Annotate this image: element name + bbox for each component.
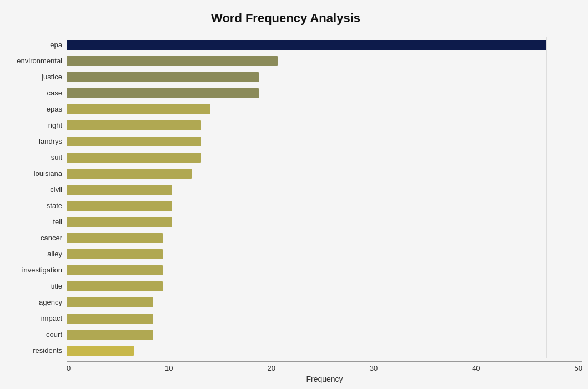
- x-axis-area: 01020304050 Frequency: [67, 361, 582, 383]
- y-label: agency: [39, 296, 62, 309]
- bar-row: [67, 39, 566, 51]
- grid-line: [451, 37, 451, 358]
- bar-row: [67, 264, 566, 276]
- y-label: impact: [41, 312, 62, 325]
- y-label: court: [46, 329, 62, 341]
- y-label: investigation: [22, 264, 62, 276]
- bar: [67, 314, 153, 324]
- bar-row: [67, 280, 566, 292]
- bar: [67, 265, 163, 275]
- grid-line: [546, 37, 547, 358]
- bar: [67, 281, 163, 291]
- bar: [67, 153, 201, 163]
- y-label: civil: [50, 184, 62, 196]
- bar: [67, 346, 134, 356]
- y-label: environmental: [17, 55, 62, 67]
- chart-container: Word Frequency Analysis epaenvironmental…: [0, 0, 588, 389]
- bar-row: [67, 71, 566, 83]
- y-label: title: [51, 280, 62, 292]
- x-tick-label: 40: [472, 364, 480, 372]
- bar-row: [67, 200, 566, 212]
- bar: [67, 330, 153, 340]
- bar-row: [67, 135, 566, 148]
- bar: [67, 217, 172, 227]
- bar: [67, 104, 210, 114]
- bar-row: [67, 216, 566, 228]
- bar-row: [67, 296, 566, 309]
- bar-row: [67, 55, 566, 67]
- y-label: alley: [47, 248, 62, 260]
- bar-row: [67, 329, 566, 341]
- x-axis-line: [67, 361, 582, 362]
- bar-row: [67, 103, 566, 115]
- chart-area: epaenvironmentaljusticecaseepasrightland…: [6, 37, 566, 358]
- bar-row: [67, 232, 566, 244]
- y-label: suit: [51, 151, 62, 164]
- y-axis: epaenvironmentaljusticecaseepasrightland…: [6, 37, 67, 358]
- bar-row: [67, 151, 566, 164]
- x-tick-label: 50: [574, 364, 582, 372]
- y-label: residents: [33, 345, 62, 357]
- y-label: state: [47, 200, 62, 212]
- bars-section: [67, 37, 566, 358]
- y-label: cancer: [41, 232, 62, 244]
- y-label: landrys: [39, 135, 62, 148]
- bar-row: [67, 345, 566, 357]
- y-label: justice: [42, 71, 62, 83]
- bar-row: [67, 312, 566, 325]
- bar: [67, 88, 259, 98]
- bar: [67, 56, 278, 66]
- x-axis-title: Frequency: [67, 375, 582, 383]
- bar-row: [67, 87, 566, 99]
- bar: [67, 249, 163, 259]
- chart-title: Word Frequency Analysis: [6, 11, 566, 26]
- x-tick-label: 10: [165, 364, 173, 372]
- bar: [67, 233, 163, 243]
- x-tick-label: 30: [370, 364, 378, 372]
- bar: [67, 185, 172, 195]
- grid-line: [355, 37, 355, 358]
- bar: [67, 297, 153, 307]
- y-label: right: [48, 119, 62, 132]
- bar-row: [67, 184, 566, 196]
- bar: [67, 137, 201, 146]
- bar-row: [67, 119, 566, 132]
- bar: [67, 120, 201, 130]
- y-label: louisiana: [34, 168, 62, 180]
- bar: [67, 40, 546, 50]
- bar-row: [67, 248, 566, 260]
- grid-line: [259, 37, 259, 358]
- x-tick-label: 0: [67, 364, 71, 372]
- y-label: epas: [47, 103, 62, 115]
- bar-row: [67, 168, 566, 180]
- bar: [67, 72, 259, 82]
- bar: [67, 169, 192, 179]
- y-label: case: [47, 87, 62, 99]
- y-label: tell: [53, 216, 62, 228]
- x-axis-labels: 01020304050: [67, 364, 582, 372]
- x-tick-label: 20: [267, 364, 275, 372]
- grid-line: [67, 37, 67, 358]
- grid-line: [163, 37, 163, 358]
- bar: [67, 201, 172, 211]
- y-label: epa: [50, 39, 62, 51]
